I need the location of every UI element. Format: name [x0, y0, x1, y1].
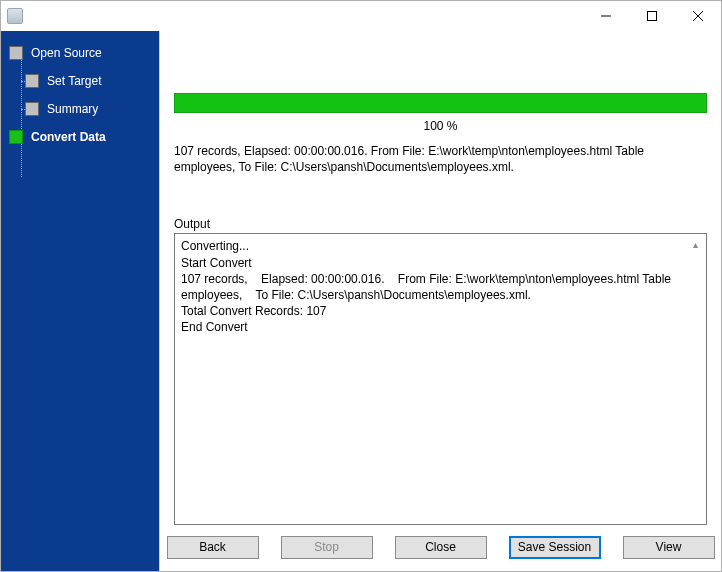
minimize-button[interactable]: [583, 1, 629, 31]
output-text: Converting... Start Convert 107 records,…: [181, 238, 700, 335]
close-window-button[interactable]: [675, 1, 721, 31]
scroll-up-icon: ▴: [687, 236, 704, 253]
step-bullet-icon: [9, 130, 23, 144]
app-icon: [7, 8, 23, 24]
titlebar-left: [1, 8, 29, 24]
sidebar-item-open-source[interactable]: Open Source: [1, 39, 159, 67]
view-button[interactable]: View: [623, 536, 715, 559]
step-bullet-icon: [9, 46, 23, 60]
close-button[interactable]: Close: [395, 536, 487, 559]
sidebar-item-label: Convert Data: [31, 130, 106, 144]
sidebar-item-summary[interactable]: Summary: [1, 95, 159, 123]
progress-percent-label: 100 %: [174, 119, 707, 133]
output-label: Output: [174, 217, 707, 231]
stop-button: Stop: [281, 536, 373, 559]
save-session-button[interactable]: Save Session: [509, 536, 601, 559]
minimize-icon: [601, 11, 611, 21]
sidebar-item-label: Summary: [47, 102, 98, 116]
progress-fill: [175, 94, 706, 112]
back-button[interactable]: Back: [167, 536, 259, 559]
step-bullet-icon: [25, 74, 39, 88]
window-controls: [583, 1, 721, 31]
close-icon: [693, 11, 703, 21]
step-bullet-icon: [25, 102, 39, 116]
main-panel: 100 % 107 records, Elapsed: 00:00:00.016…: [159, 31, 721, 571]
sidebar-item-label: Set Target: [47, 74, 101, 88]
content-area: 100 % 107 records, Elapsed: 00:00:00.016…: [160, 31, 721, 529]
wizard-sidebar: Open Source Set Target Summary Convert D…: [1, 31, 159, 571]
button-row: Back Stop Close Save Session View: [160, 529, 721, 571]
sidebar-item-set-target[interactable]: Set Target: [1, 67, 159, 95]
window-body: Open Source Set Target Summary Convert D…: [1, 31, 721, 571]
app-window: Open Source Set Target Summary Convert D…: [0, 0, 722, 572]
maximize-button[interactable]: [629, 1, 675, 31]
status-text: 107 records, Elapsed: 00:00:00.016. From…: [174, 143, 707, 175]
progress-bar: [174, 93, 707, 113]
sidebar-item-label: Open Source: [31, 46, 102, 60]
titlebar: [1, 1, 721, 31]
maximize-icon: [647, 11, 657, 21]
spacer: [174, 41, 707, 93]
output-textbox[interactable]: Converting... Start Convert 107 records,…: [174, 233, 707, 525]
sidebar-item-convert-data[interactable]: Convert Data: [1, 123, 159, 151]
svg-rect-1: [648, 12, 657, 21]
